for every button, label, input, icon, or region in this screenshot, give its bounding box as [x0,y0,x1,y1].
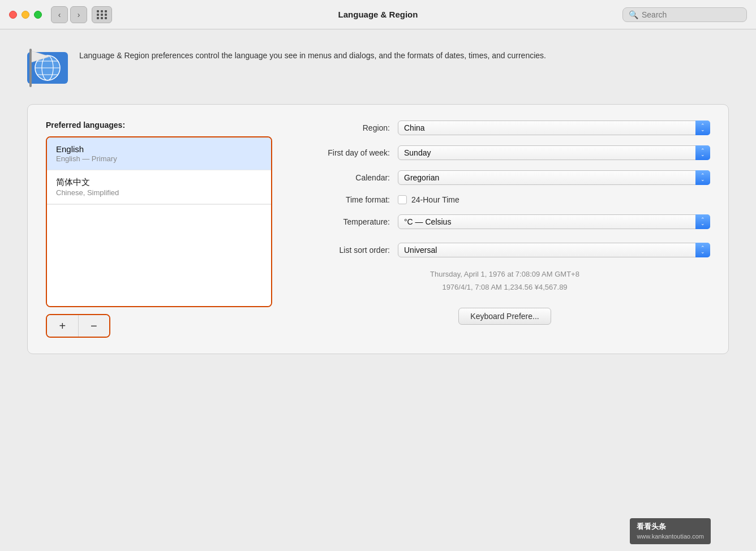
header-description: Language & Region preferences control th… [79,48,546,62]
add-language-button[interactable]: + [47,315,79,337]
region-label: Region: [299,123,390,132]
settings-panel: Preferred languages: English English — P… [27,104,729,354]
preview-section: Thursday, April 1, 1976 at 7:08:09 AM GM… [299,268,710,294]
watermark-url: www.kankantoutiao.com [637,532,704,541]
main-content: Language & Region preferences control th… [0,29,756,551]
calendar-row: Calendar: Gregorian [299,170,710,185]
globe-icon [27,48,68,88]
search-icon: 🔍 [629,10,638,19]
time-format-checkbox-text: 24-Hour Time [411,195,459,204]
language-item-english[interactable]: English English — Primary [47,137,271,170]
languages-list: English English — Primary 简体中文 Chinese, … [46,136,272,307]
time-format-checkbox[interactable] [398,195,407,204]
language-name-english: English [56,144,262,154]
list-sort-row: List sort order: Universal [299,243,710,257]
keyboard-preferences-button[interactable]: Keyboard Prefere... [458,308,551,325]
list-sort-label: List sort order: [299,246,390,255]
minimize-button[interactable] [22,11,29,19]
close-button[interactable] [9,11,17,19]
watermark-text: 看看头条 [637,522,704,532]
svg-rect-6 [29,49,32,87]
time-format-row: Time format: 24-Hour Time [299,195,710,204]
left-column: Preferred languages: English English — P… [46,120,272,338]
time-format-label: Time format: [299,195,390,204]
temperature-row: Temperature: °C — Celsius °F — Fahrenhei… [299,214,710,229]
first-day-row: First day of week: Sunday [299,145,710,160]
language-list-empty-space [47,204,271,306]
language-sub-english: English — Primary [56,154,262,163]
nav-buttons: ‹ › [51,6,87,23]
temperature-label: Temperature: [299,217,390,226]
list-sort-select[interactable]: Universal [398,243,710,257]
region-row: Region: China [299,120,710,135]
first-day-select[interactable]: Sunday [398,145,710,160]
first-day-select-wrapper: Sunday [398,145,710,160]
language-name-chinese: 简体中文 [56,177,262,188]
add-remove-buttons: + − [46,314,110,338]
window-controls [9,11,42,19]
calendar-select[interactable]: Gregorian [398,170,710,185]
header-section: Language & Region preferences control th… [27,48,729,88]
temperature-select[interactable]: °C — Celsius °F — Fahrenheit [398,214,710,229]
remove-language-button[interactable]: − [79,315,110,337]
titlebar: ‹ › Language & Region 🔍 [0,0,756,29]
search-box[interactable]: 🔍 [622,7,747,22]
forward-button[interactable]: › [70,6,87,23]
preview-line2: 1976/4/1, 7:08 AM 1,234.56 ¥4,567.89 [299,281,710,294]
first-day-label: First day of week: [299,148,390,157]
language-sub-chinese: Chinese, Simplified [56,188,262,197]
maximize-button[interactable] [34,11,42,19]
list-sort-select-wrapper: Universal [398,243,710,257]
temperature-select-wrapper: °C — Celsius °F — Fahrenheit [398,214,710,229]
region-select[interactable]: China [398,120,710,135]
preview-line1: Thursday, April 1, 1976 at 7:08:09 AM GM… [299,268,710,281]
calendar-select-wrapper: Gregorian [398,170,710,185]
grid-button[interactable] [92,6,112,23]
calendar-label: Calendar: [299,173,390,182]
watermark: 看看头条 www.kankantoutiao.com [630,518,711,544]
back-button[interactable]: ‹ [51,6,68,23]
preferred-languages-label: Preferred languages: [46,120,272,130]
region-select-wrapper: China [398,120,710,135]
language-item-chinese[interactable]: 简体中文 Chinese, Simplified [47,170,271,204]
right-column: Region: China First day of week: Sunday [299,120,710,338]
search-input[interactable] [642,10,741,19]
grid-icon [97,10,108,19]
time-format-checkbox-label: 24-Hour Time [398,195,459,204]
window-title: Language & Region [338,10,418,19]
